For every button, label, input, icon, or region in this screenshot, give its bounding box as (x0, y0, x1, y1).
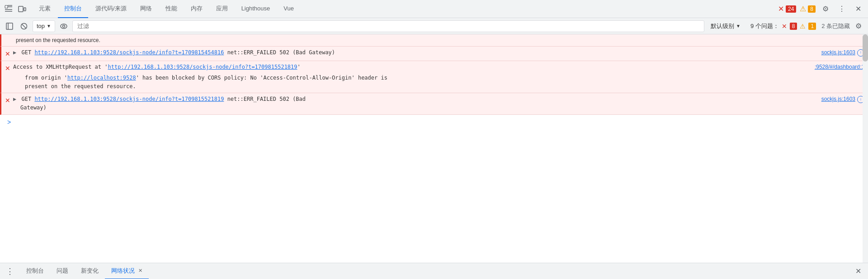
expand-arrow-3[interactable]: ▶ (13, 96, 16, 102)
svg-point-11 (61, 24, 67, 28)
tab-sources[interactable]: 源代码/来源 (89, 0, 133, 18)
warning-count: 8 (808, 5, 816, 13)
top-tab-bar: 元素 控制台 源代码/来源 网络 性能 内存 应用 Lighthouse Vue… (0, 0, 868, 18)
error-content-2b: from origin 'http://localhost:9528' has … (5, 74, 387, 82)
error-content-2c: present on the requested resource. (5, 82, 136, 91)
drawer-tab-network-status[interactable]: 网络状况 ✕ (105, 263, 149, 279)
svg-rect-0 (5, 5, 8, 8)
prompt-arrow-icon[interactable]: > (7, 118, 11, 126)
console-content: present on the requested resource. ✕ ▶ G… (0, 34, 868, 263)
error-url-3[interactable]: http://192.168.1.103:9528/sockjs-node/in… (34, 96, 224, 102)
more-options-icon[interactable]: ⋮ (835, 3, 848, 15)
drawer-tab-changes[interactable]: 新变化 (75, 263, 105, 279)
error-icon-2: ✕ (5, 63, 10, 73)
svg-rect-7 (6, 23, 13, 29)
error-url-2a[interactable]: http://192.168.1.103:9528/sockjs-node/in… (108, 64, 297, 70)
error-icon-1: ✕ (5, 49, 10, 59)
error-icon-3: ✕ (5, 95, 10, 105)
tab-memory[interactable]: 内存 (184, 0, 209, 18)
error-source-link-1[interactable]: sockjs.js:1603 (821, 48, 855, 57)
sidebar-toggle-icon[interactable] (4, 20, 15, 32)
top-right-actions: ✕ 24 ⚠ 8 ⚙ ⋮ ✕ (778, 3, 864, 15)
chevron-down-icon: ▼ (47, 24, 51, 28)
svg-line-10 (22, 24, 26, 28)
scrollbar-thumb[interactable] (863, 34, 868, 61)
settings-icon[interactable]: ⚙ (819, 3, 832, 15)
error-source-link-2[interactable]: :9528/#/dashboard:1 (815, 63, 864, 71)
error-content-2: Access to XMLHttpRequest at 'http://192.… (13, 63, 815, 71)
level-selector[interactable]: 默认级别 ▼ (707, 21, 744, 31)
console-error-row-1: ✕ ▶ GET http://192.168.1.103:9528/sockjs… (0, 47, 868, 61)
issues-summary: 9 个问题： ✕ 8 ⚠ 1 2 条已隐藏 (750, 22, 850, 30)
console-toolbar: top ▼ 默认级别 ▼ 9 个问题： ✕ 8 ⚠ 1 2 条已隐藏 ⚙ (0, 18, 868, 34)
bottom-drawer: ⋮ 控制台 问题 新变化 网络状况 ✕ ✕ (0, 263, 868, 279)
issues-error-icon: ✕ (782, 23, 787, 30)
hidden-count: 2 条已隐藏 (821, 22, 850, 30)
drawer-tab-issues[interactable]: 问题 (50, 263, 75, 279)
inspect-icon[interactable] (4, 4, 14, 14)
error-url-1[interactable]: http://192.168.1.103:9528/sockjs-node/in… (34, 49, 224, 56)
tab-network[interactable]: 网络 (134, 0, 158, 18)
error-source-1: sockjs.js:1603 ↑ (821, 48, 864, 57)
error-content-3: ▶ GET http://192.168.1.103:9528/sockjs-n… (13, 95, 821, 112)
scrollbar-track (863, 34, 868, 263)
main-tabs: 元素 控制台 源代码/来源 网络 性能 内存 应用 Lighthouse Vue (33, 0, 778, 18)
clear-console-icon[interactable] (18, 20, 30, 32)
issues-warning-count: 1 (808, 23, 816, 30)
devtools-icon-group (4, 4, 27, 14)
error-source-2: :9528/#/dashboard:1 (815, 63, 864, 71)
svg-rect-6 (24, 8, 26, 11)
expand-arrow-1[interactable]: ▶ (13, 49, 16, 56)
tab-elements[interactable]: 元素 (33, 0, 57, 18)
tab-console[interactable]: 控制台 (58, 0, 88, 18)
tab-vue[interactable]: Vue (277, 0, 300, 18)
error-badge: ✕ 24 ⚠ 8 (778, 5, 816, 13)
error-count: 24 (786, 5, 796, 13)
svg-point-12 (62, 25, 65, 27)
close-devtools-icon[interactable]: ✕ (852, 3, 864, 15)
error-content-1: ▶ GET http://192.168.1.103:9528/sockjs-n… (13, 48, 821, 57)
drawer-tab-close-icon[interactable]: ✕ (138, 268, 142, 274)
level-label: 默认级别 (711, 22, 734, 30)
console-error-row-3: ✕ ▶ GET http://192.168.1.103:9528/sockjs… (0, 93, 868, 114)
error-source-link-3[interactable]: sockjs.js:1603 (821, 95, 855, 104)
issues-label: 9 个问题： (750, 22, 779, 30)
tab-performance[interactable]: 性能 (159, 0, 184, 18)
device-icon[interactable] (17, 4, 27, 14)
error-source-3: sockjs.js:1603 ↑ (821, 95, 864, 104)
console-settings-icon[interactable]: ⚙ (853, 20, 864, 32)
context-selector[interactable]: top ▼ (33, 20, 55, 32)
console-error-row-2: ✕ Access to XMLHttpRequest at 'http://19… (0, 61, 868, 93)
drawer-menu-icon[interactable]: ⋮ (4, 265, 16, 278)
console-prompt-area: > (0, 115, 868, 129)
error-x-icon: ✕ (778, 5, 784, 13)
console-text-continuation: present on the requested resource. (0, 34, 868, 47)
context-label: top (37, 23, 45, 29)
error-url-2b[interactable]: http://localhost:9528 (67, 75, 136, 81)
svg-rect-5 (19, 6, 23, 12)
eye-icon[interactable] (58, 20, 70, 32)
drawer-close-icon[interactable]: ✕ (852, 265, 864, 278)
filter-input[interactable] (72, 20, 704, 32)
warning-icon: ⚠ (800, 5, 806, 13)
drawer-tab-console[interactable]: 控制台 (20, 263, 50, 279)
tab-lighthouse[interactable]: Lighthouse (235, 0, 277, 18)
issues-error-count: 8 (790, 23, 797, 30)
issues-warning-icon: ⚠ (800, 23, 806, 30)
tab-application[interactable]: 应用 (210, 0, 234, 18)
level-chevron-icon: ▼ (736, 24, 741, 28)
